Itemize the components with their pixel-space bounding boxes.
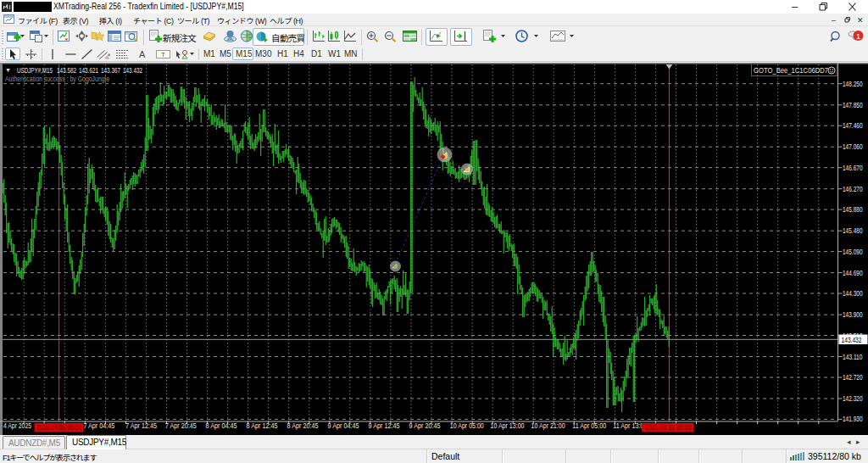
svg-text:147.460: 147.460 — [843, 121, 863, 130]
svg-text:142.320: 142.320 — [843, 394, 863, 403]
svg-text:145.880: 145.880 — [843, 205, 863, 214]
svg-text:141.930: 141.930 — [843, 415, 863, 423]
svg-text:7 Apr 20:45: 7 Apr 20:45 — [165, 421, 197, 430]
svg-text:8 Apr 04:45: 8 Apr 04:45 — [206, 421, 237, 430]
svg-text:2025.04.12 00:00: 2025.04.12 00:00 — [645, 423, 692, 432]
svg-text:143.621: 143.621 — [79, 66, 98, 75]
svg-text:9 Apr 12:45: 9 Apr 12:45 — [369, 421, 400, 430]
svg-text:143.432: 143.432 — [123, 66, 142, 75]
svg-text:1: 1 — [856, 32, 860, 41]
svg-text:7 Apr 12:45: 7 Apr 12:45 — [125, 421, 157, 430]
svg-text:▼: ▼ — [5, 67, 11, 73]
svg-text:7 Apr 04:45: 7 Apr 04:45 — [83, 421, 114, 430]
svg-text:9 Apr 04:45: 9 Apr 04:45 — [328, 421, 359, 430]
svg-text:144.300: 144.300 — [843, 289, 863, 298]
svg-text:4 Apr 2025: 4 Apr 2025 — [3, 421, 31, 430]
svg-text:143.432: 143.432 — [842, 336, 862, 344]
svg-text:10 Apr 05:00: 10 Apr 05:00 — [450, 421, 484, 430]
svg-text:8 Apr 20:45: 8 Apr 20:45 — [287, 421, 319, 430]
svg-text:143.582: 143.582 — [57, 66, 76, 75]
svg-text:11 Apr 05:00: 11 Apr 05:00 — [572, 421, 606, 430]
svg-text:146.270: 146.270 — [843, 185, 863, 193]
svg-text:143.110: 143.110 — [843, 353, 863, 361]
svg-text:USDJPY#,M15: USDJPY#,M15 — [17, 66, 53, 75]
svg-text:9 Apr 20:45: 9 Apr 20:45 — [409, 421, 441, 430]
svg-text:T: T — [161, 51, 165, 59]
svg-text:146.670: 146.670 — [843, 164, 863, 172]
svg-text:10 Apr 13:00: 10 Apr 13:00 — [491, 421, 525, 430]
svg-text:144.690: 144.690 — [843, 269, 863, 277]
svg-text:10 Apr 21:00: 10 Apr 21:00 — [531, 421, 565, 430]
svg-text:143.900: 143.900 — [843, 310, 863, 319]
svg-text:145.090: 145.090 — [843, 248, 863, 256]
svg-text:147.060: 147.060 — [843, 142, 863, 151]
svg-text:2025.04.05 00:00: 2025.04.05 00:00 — [36, 423, 81, 432]
svg-text:142.720: 142.720 — [843, 373, 863, 382]
svg-text:GOTO_Bee_1C1C06DD7: GOTO_Bee_1C1C06DD7 — [754, 66, 828, 75]
svg-text:145.480: 145.480 — [843, 226, 863, 235]
svg-text:147.850: 147.850 — [843, 101, 863, 109]
svg-text:148.250: 148.250 — [843, 80, 863, 88]
svg-text:143.367: 143.367 — [101, 66, 120, 75]
svg-text:8 Apr 12:45: 8 Apr 12:45 — [247, 421, 278, 430]
svg-text:Authentication success : by Go: Authentication success : by GogoJungle — [5, 75, 109, 83]
